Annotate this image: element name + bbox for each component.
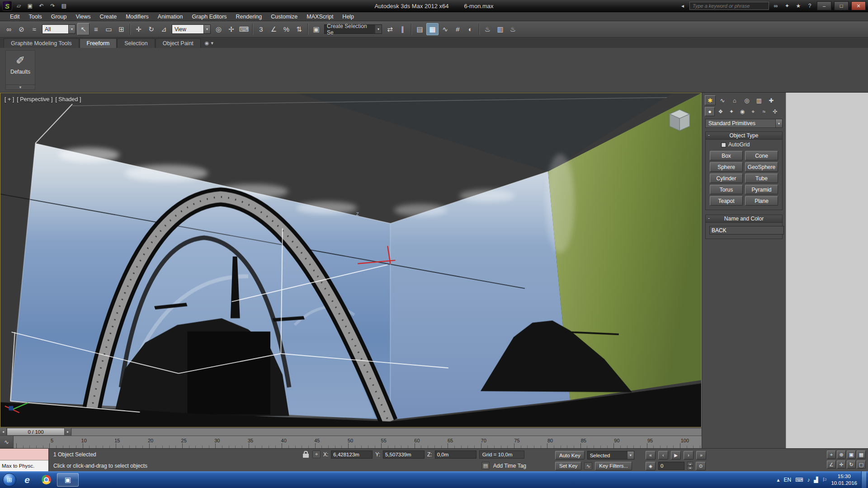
chrome-icon[interactable] <box>38 473 54 486</box>
time-slider[interactable]: ◂ 0 / 100 ▸ <box>0 427 702 436</box>
display-tab-icon[interactable]: ▥ <box>754 95 764 105</box>
menu-graph-editors[interactable]: Graph Editors <box>187 13 231 20</box>
zoom-extents-all-icon[interactable]: ▦ <box>857 450 866 459</box>
chevron-down-icon[interactable]: ▾ <box>775 119 782 127</box>
motion-tab-icon[interactable]: ◎ <box>741 95 752 105</box>
go-to-start-button[interactable]: « <box>646 451 656 460</box>
cameras-category-icon[interactable]: ◉ <box>737 107 747 116</box>
utilities-tab-icon[interactable]: ✚ <box>766 95 777 105</box>
rendered-frame-window-icon[interactable]: ▥ <box>494 23 506 35</box>
window-crossing-icon[interactable]: ⊞ <box>115 23 127 35</box>
minimize-button[interactable]: – <box>817 1 831 10</box>
cylinder-button[interactable]: Cylinder <box>710 174 743 183</box>
help-icon[interactable]: ? <box>805 2 814 10</box>
spinner-snap-icon[interactable]: ⇅ <box>293 23 305 35</box>
select-and-link-icon[interactable]: ∞ <box>3 23 15 35</box>
zoom-extents-icon[interactable]: ▣ <box>847 450 856 459</box>
play-button[interactable]: ▶ <box>671 451 681 460</box>
internet-explorer-icon[interactable]: e <box>19 473 35 486</box>
viewport-canvas[interactable]: z <box>0 93 701 427</box>
teapot-button[interactable]: Teapot <box>710 196 743 206</box>
next-frame-button[interactable]: › <box>684 451 693 460</box>
chevron-down-icon[interactable]: ▾ <box>203 25 210 33</box>
mirror-icon[interactable]: ⇄ <box>384 23 396 35</box>
select-and-scale-icon[interactable]: ⊿ <box>158 23 170 35</box>
undo-icon[interactable]: ↶ <box>37 2 46 10</box>
auto-key-button[interactable]: Auto Key <box>555 451 585 460</box>
tube-button[interactable]: Tube <box>745 174 778 183</box>
zoom-all-icon[interactable]: ⊕ <box>837 450 846 459</box>
rectangular-selection-region-icon[interactable]: ▭ <box>103 23 115 35</box>
chevron-down-icon[interactable]: ▾ <box>375 25 382 33</box>
bind-to-space-warp-icon[interactable]: ≈ <box>28 23 40 35</box>
hierarchy-tab-icon[interactable]: ⌂ <box>729 95 740 105</box>
tab-freeform[interactable]: Freeform <box>80 38 117 48</box>
listener-line[interactable]: Max to Physc. <box>0 460 48 472</box>
align-icon[interactable]: ∥ <box>396 23 409 35</box>
menu-customize[interactable]: Customize <box>266 13 302 20</box>
menu-help[interactable]: Help <box>338 13 359 20</box>
macro-recorder-line[interactable] <box>0 449 48 460</box>
space-warps-category-icon[interactable]: ≈ <box>759 107 769 116</box>
graphite-ribbon-toggle-icon[interactable]: ▦ <box>426 23 439 35</box>
clock[interactable]: 15:30 10.01.2016 <box>831 473 857 487</box>
select-and-manipulate-icon[interactable]: ✢ <box>225 23 237 35</box>
curve-editor-icon[interactable]: ∿ <box>439 23 451 35</box>
open-file-icon[interactable]: ▱ <box>14 2 24 10</box>
key-filters-button[interactable]: Key Filters... <box>595 462 632 470</box>
menu-animation[interactable]: Animation <box>153 13 188 20</box>
search-history-icon[interactable]: ◂ <box>678 2 687 10</box>
select-and-rotate-icon[interactable]: ↻ <box>145 23 157 35</box>
cone-button[interactable]: Cone <box>745 151 778 160</box>
time-configuration-icon[interactable]: ⊙ <box>696 462 706 470</box>
menu-rendering[interactable]: Rendering <box>231 13 267 20</box>
render-setup-icon[interactable]: ♨ <box>481 23 494 35</box>
mini-curve-editor-button[interactable]: ∿ <box>0 436 14 448</box>
language-indicator[interactable]: EN <box>783 477 791 483</box>
modify-tab-icon[interactable]: ∿ <box>717 95 728 105</box>
project-folder-icon[interactable]: ▤ <box>59 2 69 10</box>
sphere-button[interactable]: Sphere <box>710 162 743 172</box>
volume-icon[interactable]: ♪ <box>807 477 810 483</box>
named-selection-sets-dropdown[interactable]: Create Selection Se ▾ <box>324 24 382 34</box>
zoom-icon[interactable]: + <box>827 450 836 459</box>
x-coordinate-field[interactable] <box>331 450 373 459</box>
schematic-view-icon[interactable]: # <box>452 23 464 35</box>
maximize-button[interactable]: □ <box>834 1 849 10</box>
tab-object-paint[interactable]: Object Paint <box>156 38 201 48</box>
viewport-grid-cube[interactable] <box>670 110 689 131</box>
time-slider-handle[interactable]: 0 / 100 <box>7 428 65 436</box>
systems-category-icon[interactable]: ✣ <box>770 107 780 116</box>
frame-spinner[interactable]: ▴ ▾ <box>687 462 693 470</box>
use-pivot-point-center-icon[interactable]: ◎ <box>212 23 225 35</box>
field-of-view-icon[interactable]: ∠ <box>827 460 836 469</box>
save-file-icon[interactable]: ▣ <box>25 2 35 10</box>
menu-edit[interactable]: Edit <box>5 13 24 20</box>
plane-button[interactable]: Plane <box>745 196 778 206</box>
selection-filter-dropdown[interactable]: All ▾ <box>42 24 75 34</box>
viewport-general-menu[interactable]: [ + ] <box>5 96 14 103</box>
viewport-pov-menu[interactable]: [ Perspective ] <box>17 96 52 103</box>
select-object-icon[interactable]: ↖ <box>77 23 90 35</box>
orbit-icon[interactable]: ↻ <box>847 460 856 469</box>
render-production-icon[interactable]: ♨ <box>507 23 519 35</box>
menu-tools[interactable]: Tools <box>24 13 47 20</box>
helpers-category-icon[interactable]: ⌖ <box>748 107 758 116</box>
pan-icon[interactable]: ✛ <box>837 460 846 469</box>
y-coordinate-field[interactable] <box>383 450 425 459</box>
menu-group[interactable]: Group <box>47 13 71 20</box>
track-bar[interactable]: ∿ 5 10 15 20 25 30 35 40 45 50 55 60 65 … <box>0 436 702 448</box>
action-center-icon[interactable]: ⚐ <box>822 477 827 483</box>
chevron-down-icon[interactable]: ▾ <box>627 451 634 459</box>
viewport-shading-menu[interactable]: [ Shaded ] <box>55 96 81 103</box>
unlink-selection-icon[interactable]: ⊘ <box>15 23 28 35</box>
previous-frame-arrow[interactable]: ◂ <box>0 428 7 436</box>
autogrid-checkbox[interactable] <box>721 142 726 147</box>
set-key-button[interactable]: Set Key <box>555 462 581 470</box>
taskbar-3dsmax-window[interactable]: ▣ <box>57 473 79 487</box>
create-tab-icon[interactable]: ✱ <box>705 95 716 105</box>
spinner-up-icon[interactable]: ▴ <box>687 462 693 466</box>
maximize-viewport-toggle-icon[interactable]: ▢ <box>857 460 866 469</box>
keyboard-layout-icon[interactable]: ⌨ <box>795 477 803 483</box>
search-input[interactable] <box>689 2 769 10</box>
